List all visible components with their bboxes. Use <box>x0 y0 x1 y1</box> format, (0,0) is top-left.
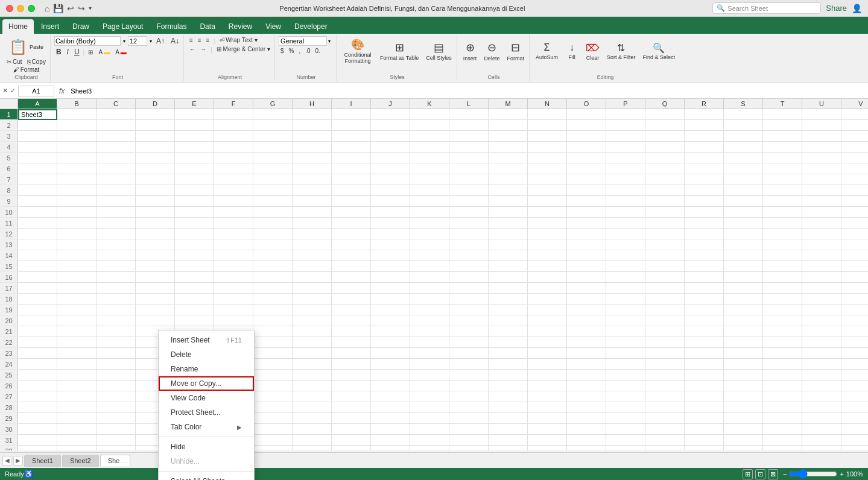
cell-B12[interactable] <box>57 229 97 239</box>
cell-G15[interactable] <box>253 261 293 272</box>
cell-M28[interactable] <box>489 402 528 413</box>
cell-J13[interactable] <box>371 239 410 250</box>
cell-Q18[interactable] <box>645 294 685 305</box>
currency-button[interactable]: $ <box>279 47 286 55</box>
cell-A1[interactable]: Sheet3 <box>18 109 57 120</box>
cell-J8[interactable] <box>371 185 410 196</box>
cell-D7[interactable] <box>136 174 175 185</box>
cell-I8[interactable] <box>332 185 371 196</box>
cell-K17[interactable] <box>410 283 449 294</box>
cell-H4[interactable] <box>293 142 332 153</box>
cell-M16[interactable] <box>489 272 528 283</box>
cell-S23[interactable] <box>724 348 763 359</box>
cell-J18[interactable] <box>371 294 410 305</box>
cell-G13[interactable] <box>253 239 293 250</box>
cell-U17[interactable] <box>802 283 841 294</box>
cell-V4[interactable] <box>841 142 868 153</box>
cell-Q14[interactable] <box>645 250 685 261</box>
cell-E1[interactable] <box>175 109 214 120</box>
cell-R29[interactable] <box>685 413 724 424</box>
cell-T22[interactable] <box>763 337 802 348</box>
cell-O12[interactable] <box>567 229 606 239</box>
cell-A12[interactable] <box>18 229 57 239</box>
cell-V8[interactable] <box>841 185 868 196</box>
cell-A13[interactable] <box>18 239 57 250</box>
cut-button[interactable]: ✂ Cut <box>5 58 24 66</box>
clear-button[interactable]: ⌦ Clear <box>583 40 602 63</box>
cell-H16[interactable] <box>293 272 332 283</box>
cell-B7[interactable] <box>57 174 97 185</box>
cell-M27[interactable] <box>489 391 528 402</box>
cell-K12[interactable] <box>410 229 449 239</box>
cell-Q4[interactable] <box>645 142 685 153</box>
cell-K25[interactable] <box>410 370 449 381</box>
cell-M26[interactable] <box>489 381 528 391</box>
cell-H8[interactable] <box>293 185 332 196</box>
cell-S26[interactable] <box>724 381 763 391</box>
cell-P17[interactable] <box>606 283 645 294</box>
cell-J29[interactable] <box>371 413 410 424</box>
cell-Q7[interactable] <box>645 174 685 185</box>
cell-P31[interactable] <box>606 435 645 446</box>
indent-increase-button[interactable]: → <box>198 45 208 53</box>
cell-O25[interactable] <box>567 370 606 381</box>
cell-J7[interactable] <box>371 174 410 185</box>
cell-S22[interactable] <box>724 337 763 348</box>
cell-O21[interactable] <box>567 326 606 337</box>
cell-C32[interactable] <box>97 446 136 450</box>
cell-D16[interactable] <box>136 272 175 283</box>
cell-R30[interactable] <box>685 424 724 435</box>
number-format-dropdown[interactable]: ▾ <box>328 39 331 44</box>
cell-F1[interactable] <box>214 109 253 120</box>
cell-S9[interactable] <box>724 196 763 207</box>
cell-L21[interactable] <box>449 326 489 337</box>
cell-C11[interactable] <box>97 218 136 229</box>
cell-P16[interactable] <box>606 272 645 283</box>
cell-Q16[interactable] <box>645 272 685 283</box>
cell-U18[interactable] <box>802 294 841 305</box>
insert-button[interactable]: ⊕ Insert <box>461 39 480 63</box>
cell-B17[interactable] <box>57 283 97 294</box>
cell-K8[interactable] <box>410 185 449 196</box>
tab-draw[interactable]: Draw <box>66 19 95 34</box>
decrease-font-button[interactable]: A↓ <box>169 36 181 46</box>
redo-icon[interactable]: ↪ <box>78 4 85 13</box>
cell-H12[interactable] <box>293 229 332 239</box>
cell-M19[interactable] <box>489 305 528 315</box>
cell-Q20[interactable] <box>645 315 685 326</box>
cell-R22[interactable] <box>685 337 724 348</box>
cell-S8[interactable] <box>724 185 763 196</box>
cell-C29[interactable] <box>97 413 136 424</box>
cell-N18[interactable] <box>528 294 567 305</box>
cell-P27[interactable] <box>606 391 645 402</box>
cell-T2[interactable] <box>763 120 802 131</box>
cell-Q8[interactable] <box>645 185 685 196</box>
search-bar[interactable]: 🔍 Search Sheet <box>712 2 821 14</box>
cell-O32[interactable] <box>567 446 606 450</box>
cell-O3[interactable] <box>567 131 606 142</box>
cell-S4[interactable] <box>724 142 763 153</box>
cell-I9[interactable] <box>332 196 371 207</box>
cell-B9[interactable] <box>57 196 97 207</box>
merge-center-button[interactable]: ⊞ Merge & Center ▾ <box>215 45 272 53</box>
cell-B22[interactable] <box>57 337 97 348</box>
cell-L5[interactable] <box>449 153 489 163</box>
cell-L2[interactable] <box>449 120 489 131</box>
cell-V22[interactable] <box>841 337 868 348</box>
cell-C30[interactable] <box>97 424 136 435</box>
cell-T27[interactable] <box>763 391 802 402</box>
cell-G29[interactable] <box>253 413 293 424</box>
cell-R18[interactable] <box>685 294 724 305</box>
cell-V30[interactable] <box>841 424 868 435</box>
cell-K30[interactable] <box>410 424 449 435</box>
cell-S5[interactable] <box>724 153 763 163</box>
cell-R4[interactable] <box>685 142 724 153</box>
cell-V18[interactable] <box>841 294 868 305</box>
cell-C3[interactable] <box>97 131 136 142</box>
cell-V15[interactable] <box>841 261 868 272</box>
cell-N14[interactable] <box>528 250 567 261</box>
cell-M9[interactable] <box>489 196 528 207</box>
cell-I25[interactable] <box>332 370 371 381</box>
cell-A14[interactable] <box>18 250 57 261</box>
tab-page-layout[interactable]: Page Layout <box>97 19 149 34</box>
